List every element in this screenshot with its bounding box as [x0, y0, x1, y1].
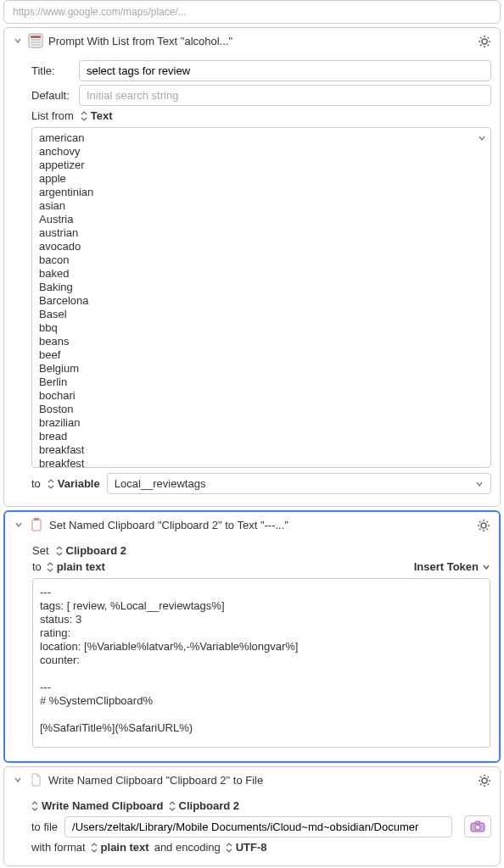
insert-token-label: Insert Token — [414, 560, 479, 573]
write-action-value: Write Named Clipboard — [42, 799, 164, 812]
clipboard-source-selector[interactable]: Clipboard 2 — [169, 799, 240, 812]
encoding-value: UTF-8 — [236, 841, 267, 854]
svg-rect-1 — [31, 36, 41, 38]
to-selector[interactable]: Variable — [48, 477, 100, 490]
list-item: american — [39, 131, 484, 145]
default-field-label: Default: — [31, 89, 72, 102]
panel-body: Set Clipboard 2 to plain text Insert To — [5, 537, 499, 761]
panel-header: Set Named Clipboard "Clipboard 2" to Tex… — [5, 512, 499, 537]
list-item: bread — [39, 430, 484, 443]
panel-header: Write Named Clipboard "Clipboard 2" to F… — [4, 767, 500, 793]
list-from-label: List from — [31, 109, 74, 122]
list-item: Boston — [39, 403, 484, 416]
action-set-named-clipboard: Set Named Clipboard "Clipboard 2" to Tex… — [3, 510, 501, 763]
list-item: Belgium — [39, 362, 484, 376]
text-content-area[interactable]: --- tags: [ review, %Local__reviewtags%]… — [32, 578, 490, 748]
chevron-down-icon — [482, 563, 490, 571]
panel-header: Prompt With List from Text "alcohol..." — [4, 28, 500, 53]
variable-select[interactable]: Local__reviewtags — [107, 473, 491, 494]
updown-icon — [81, 111, 87, 121]
action-prompt-with-list: Prompt With List from Text "alcohol..." … — [3, 27, 501, 507]
disclosure-chevron[interactable] — [13, 36, 23, 46]
list-prompt-icon — [28, 33, 43, 48]
chevron-down-icon — [475, 480, 484, 488]
chevron-down-icon[interactable] — [477, 133, 487, 143]
file-path-input[interactable] — [64, 816, 452, 837]
to-label: to — [31, 477, 41, 490]
list-item: Barcelona — [39, 294, 484, 308]
insert-token-button[interactable]: Insert Token — [414, 560, 490, 573]
encoding-selector[interactable]: UTF-8 — [226, 841, 267, 854]
file-icon — [28, 772, 43, 787]
svg-point-5 — [482, 39, 487, 44]
clipboard-value: Clipboard 2 — [66, 544, 127, 557]
clipboard-selector[interactable]: Clipboard 2 — [56, 544, 127, 557]
gear-icon[interactable] — [476, 772, 493, 789]
disclosure-chevron[interactable] — [14, 520, 24, 530]
updown-icon — [91, 843, 98, 853]
format-selector[interactable]: plain text — [47, 560, 105, 573]
list-item: Berlin — [39, 376, 484, 389]
encoding-label: and encoding — [154, 841, 221, 854]
to-value: Variable — [58, 477, 100, 490]
set-label: Set — [32, 544, 49, 557]
list-item: breakfest — [39, 457, 484, 467]
svg-point-9 — [482, 778, 487, 783]
format-label: with format — [31, 841, 86, 854]
panel-body: Write Named Clipboard Clipboard 2 to fil… — [4, 793, 500, 865]
action-write-clipboard-to-file: Write Named Clipboard "Clipboard 2" to F… — [3, 766, 501, 866]
svg-point-8 — [481, 523, 486, 528]
action-title: Set Named Clipboard "Clipboard 2" to Tex… — [49, 519, 288, 531]
list-item: Baking — [39, 281, 484, 294]
write-action-selector[interactable]: Write Named Clipboard — [31, 799, 164, 812]
list-from-selector[interactable]: Text — [81, 109, 113, 122]
format-selector[interactable]: plain text — [91, 841, 149, 854]
updown-icon — [226, 843, 232, 853]
svg-rect-12 — [475, 821, 480, 824]
disclosure-chevron[interactable] — [13, 775, 23, 785]
clipboard-source-value: Clipboard 2 — [179, 799, 240, 812]
format-value: plain text — [101, 841, 149, 854]
updown-icon — [31, 801, 38, 811]
list-item: appetizer — [39, 159, 484, 172]
list-item: breakfast — [39, 443, 484, 457]
list-item: avocado — [39, 240, 484, 253]
clipboard-icon — [29, 517, 44, 532]
updown-icon — [56, 546, 63, 556]
default-input[interactable] — [79, 85, 491, 106]
list-item: beef — [39, 348, 484, 362]
updown-icon — [169, 801, 176, 811]
variable-value: Local__reviewtags — [115, 477, 206, 490]
camera-icon — [470, 821, 485, 832]
truncated-text: https://www.google.com/maps/place/... — [13, 6, 187, 18]
svg-rect-6 — [32, 520, 41, 531]
list-item: asian — [39, 199, 484, 213]
list-textbox[interactable]: americananchovyappetizerappleargentinian… — [31, 127, 491, 468]
svg-point-11 — [475, 825, 480, 830]
to-label: to — [32, 560, 42, 573]
list-item: apple — [39, 172, 484, 186]
title-input[interactable] — [79, 60, 491, 81]
updown-icon — [47, 562, 53, 572]
action-title: Prompt With List from Text "alcohol..." — [48, 35, 232, 47]
list-item: bochari — [39, 389, 484, 403]
list-item: Austria — [39, 213, 484, 226]
updown-icon — [48, 479, 54, 489]
list-item: argentinian — [39, 186, 484, 199]
list-items-container[interactable]: americananchovyappetizerappleargentinian… — [32, 128, 490, 467]
list-item: baked — [39, 267, 484, 281]
file-picker-button[interactable] — [464, 815, 491, 837]
list-item: beans — [39, 335, 484, 348]
truncated-action-top: https://www.google.com/maps/place/... — [3, 0, 501, 24]
gear-icon[interactable] — [476, 33, 493, 50]
gear-icon[interactable] — [475, 517, 492, 534]
panel-body: Title: Default: List from Text americana… — [4, 53, 500, 506]
list-item: Basel — [39, 308, 484, 321]
list-item: bbq — [39, 321, 484, 335]
list-from-value: Text — [91, 109, 113, 122]
list-item: austrian — [39, 226, 484, 240]
list-item: bacon — [39, 253, 484, 267]
svg-rect-7 — [34, 518, 39, 520]
format-value: plain text — [57, 560, 105, 573]
list-item: brazilian — [39, 416, 484, 430]
